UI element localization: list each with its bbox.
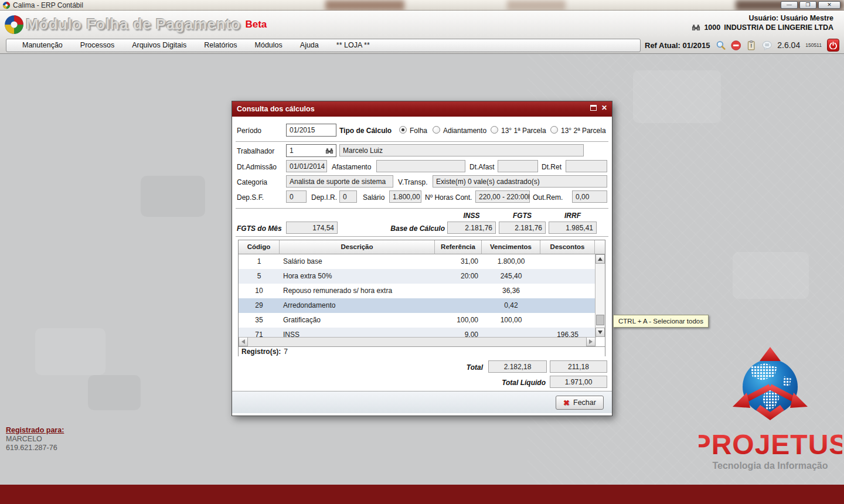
dep-sf-field: 0 <box>286 190 307 203</box>
tipo-calculo-label: Tipo de Cálculo <box>339 127 392 135</box>
col-vencimentos[interactable]: Vencimentos <box>482 240 540 254</box>
dt-afast-label: Dt.Afast <box>469 163 495 171</box>
arrow-left-icon <box>241 339 245 344</box>
dialog-maximize-icon[interactable] <box>590 105 597 111</box>
search-icon[interactable] <box>716 39 726 52</box>
projetus-wordmark: PROJETUS <box>699 429 842 460</box>
build-label: 150511 <box>805 42 822 48</box>
dialog-titlebar[interactable]: Consulta dos cálculos ✕ <box>232 101 612 117</box>
power-button[interactable] <box>827 39 839 52</box>
col-codigo[interactable]: Código <box>239 240 280 254</box>
window-title: Calima - ERP Contábil <box>13 1 83 9</box>
registered-block: Registrado para: MARCELO 619.621.287-76 <box>6 426 64 452</box>
vertical-scrollbar[interactable] <box>595 254 605 337</box>
beta-badge: Beta <box>245 19 267 30</box>
user-label: Usuário: Usuário Mestre <box>749 14 833 22</box>
menu-modulos[interactable]: Módulos <box>246 39 291 52</box>
dt-ret-field <box>566 160 607 172</box>
minus-circle-icon[interactable] <box>731 39 741 52</box>
dialog-body: Período 01/2015 Tipo de Cálculo Folha Ad… <box>232 117 612 416</box>
radio-13-1-parcela[interactable] <box>491 126 498 134</box>
menu-manutencao[interactable]: Manutenção <box>13 39 72 52</box>
fechar-button-label: Fechar <box>573 399 596 407</box>
radio-folha[interactable] <box>399 126 407 134</box>
col-descontos[interactable]: Descontos <box>540 240 595 254</box>
salario-label: Salário <box>363 193 384 202</box>
module-title: Módulo Folha de PagamentoBeta <box>26 15 267 33</box>
scroll-up-button[interactable] <box>595 254 605 264</box>
table-row[interactable]: 5 Hora extra 50% 20:00 245,40 <box>239 269 605 284</box>
projetus-subtitle: Tecnologia da Informação <box>712 461 828 471</box>
horizontal-scrollbar[interactable] <box>239 337 596 346</box>
radio-folha-label[interactable]: Folha <box>410 127 427 135</box>
table-row[interactable]: 1 Salário base 31,00 1.800,00 <box>239 254 605 269</box>
registros-label: Registro(s): <box>241 348 281 356</box>
registered-name: MARCELO <box>6 435 64 444</box>
col-referencia[interactable]: Referência <box>435 240 482 254</box>
base-calculo-label: Base de Cálculo <box>389 224 445 233</box>
menu-arquivos-digitais[interactable]: Arquivos Digitais <box>123 39 195 52</box>
radio-13-2-parcela[interactable] <box>550 126 558 134</box>
maximize-button[interactable]: ❐ <box>799 1 816 9</box>
background-tile <box>35 328 106 375</box>
clipboard-icon[interactable]: ! <box>746 39 756 52</box>
tooltip: CTRL + A - Selecionar todos <box>613 315 709 328</box>
menu-processos[interactable]: Processos <box>72 39 123 52</box>
registered-label[interactable]: Registrado para: <box>6 426 64 435</box>
scrollbar-thumb[interactable] <box>596 315 604 325</box>
company-code: 1000 <box>704 23 720 32</box>
background-tile <box>733 252 809 299</box>
company-line: 1000 INDUSTRIA DE LINGERIE LTDA <box>692 23 833 32</box>
calima-logo-icon <box>4 14 25 35</box>
scroll-left-button[interactable] <box>239 338 248 346</box>
periodo-input[interactable]: 01/2015 <box>286 124 336 137</box>
scroll-down-button[interactable] <box>595 328 605 337</box>
radio-13-1-parcela-label[interactable]: 13° 1ª Parcela <box>501 127 546 135</box>
salario-field: 1.800,00 <box>389 190 421 203</box>
binoculars-icon[interactable] <box>325 148 333 154</box>
out-rem-field: 0,00 <box>572 190 607 203</box>
background-window-blur <box>325 0 404 11</box>
arrow-right-icon <box>589 339 593 344</box>
radio-adiantamento-label[interactable]: Adiantamento <box>443 127 486 135</box>
version-label: 2.6.04 <box>777 40 800 50</box>
background-window-blur <box>507 0 566 11</box>
fechar-button[interactable]: ✖ Fechar <box>556 396 604 410</box>
separator <box>236 236 608 237</box>
fgts-mes-label: FGTS do Mês <box>237 224 282 233</box>
col-descricao[interactable]: Descrição <box>280 240 435 254</box>
company-name: INDUSTRIA DE LINGERIE LTDA <box>724 23 833 32</box>
base-inss-field: 2.181,76 <box>447 222 496 234</box>
menu-relatorios[interactable]: Relatórios <box>195 39 246 52</box>
close-button[interactable]: ✕ <box>818 1 840 9</box>
scroll-right-button[interactable] <box>586 338 595 346</box>
menu-loja[interactable]: ** LOJA ** <box>328 39 379 52</box>
table-row[interactable]: 35 Gratificação 100,00 100,00 <box>239 313 605 328</box>
table-row-selected[interactable]: 29 Arredondamento 0,42 <box>239 298 605 313</box>
table-row[interactable]: 71 INSS 9,00 196,35 <box>239 328 605 337</box>
app-window: Calima - ERP Contábil — ❐ ✕ Módulo Folha… <box>0 0 844 504</box>
total-vencimentos-field: 2.182,18 <box>488 360 547 373</box>
total-liquido-label: Total Líquido <box>467 379 546 387</box>
horas-cont-label: Nº Horas Cont. <box>425 193 472 202</box>
dt-admissao-label: Dt.Admissão <box>237 163 277 171</box>
radio-13-2-parcela-label[interactable]: 13° 2ª Parcela <box>561 127 606 135</box>
base-fgts-field: 2.181,76 <box>499 222 546 234</box>
menu-ajuda[interactable]: Ajuda <box>291 39 328 52</box>
consulta-calculos-dialog: Consulta dos cálculos ✕ Período 01/2015 … <box>232 101 612 416</box>
separator <box>236 141 608 142</box>
radio-adiantamento[interactable] <box>433 126 440 134</box>
dt-admissao-field: 01/01/2014 <box>286 160 327 172</box>
trabalhador-code-input[interactable]: 1 <box>286 144 336 157</box>
chat-icon[interactable] <box>762 39 772 52</box>
trabalhador-name-field: Marcelo Luiz <box>339 144 584 156</box>
categoria-label: Categoria <box>237 178 267 186</box>
minimize-button[interactable]: — <box>781 1 798 9</box>
registered-id: 619.621.287-76 <box>6 444 64 452</box>
col-spacer <box>595 240 605 254</box>
dialog-close-icon[interactable]: ✕ <box>601 105 607 111</box>
periodo-label: Período <box>237 127 261 135</box>
dt-ret-label: Dt.Ret <box>542 163 561 171</box>
binoculars-icon[interactable] <box>692 24 700 31</box>
table-row[interactable]: 10 Repouso remunerado s/ hora extra 36,3… <box>239 284 605 298</box>
